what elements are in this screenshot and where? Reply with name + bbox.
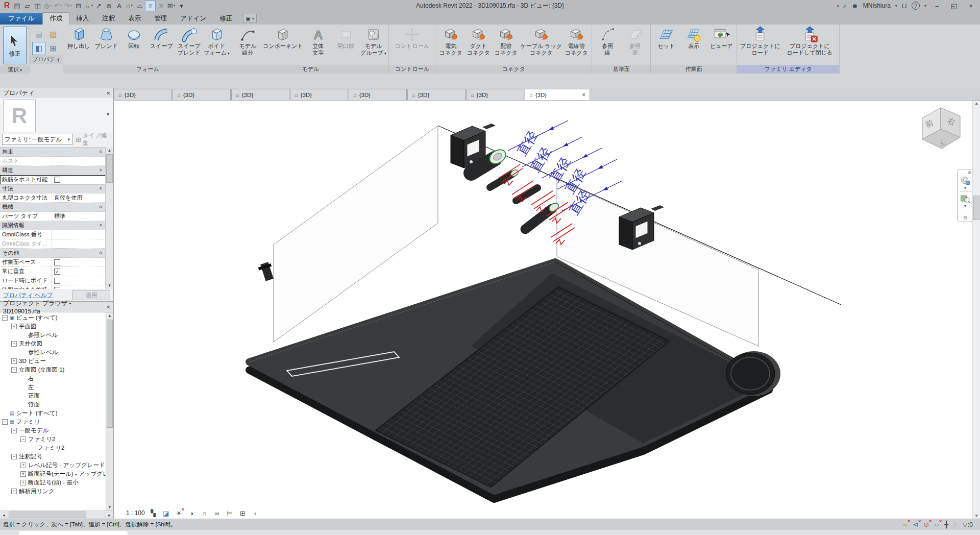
family-category-button[interactable]: ▨ [46, 28, 60, 41]
property-row[interactable]: ホスト [0, 157, 106, 166]
view-tab[interactable]: ⌂ {3D} [290, 89, 348, 100]
section-icon[interactable]: ⌓ [135, 1, 144, 11]
tree-expander-icon[interactable] [20, 463, 26, 468]
tree-item[interactable]: シート (すべて) [0, 409, 113, 418]
ribbon-button[interactable]: 電線管コネクタ [562, 26, 590, 56]
property-row[interactable]: 寸法 [0, 184, 106, 193]
tree-item[interactable]: ファミリ2 [0, 444, 113, 452]
ribbon-tab[interactable]: 作成 [42, 12, 69, 25]
scroll-right-icon[interactable]: ▸ [106, 513, 113, 518]
close-properties-icon[interactable]: × [106, 89, 110, 97]
select-pinned-elements-icon[interactable]: ⊙ [923, 521, 929, 528]
close-view-tab-icon[interactable]: × [582, 91, 585, 99]
tree-item[interactable]: 平面図 [0, 322, 113, 331]
panel-label-control[interactable]: コントロール [389, 65, 435, 74]
steering-wheel-icon[interactable] [960, 176, 970, 186]
thin-lines-icon[interactable]: ≡ [145, 1, 156, 11]
tree-item[interactable]: 参照レベル [0, 348, 113, 357]
text-icon[interactable]: A [114, 1, 124, 11]
select-links-icon[interactable]: ⊲ [913, 521, 918, 528]
ribbon-button[interactable]: セット [652, 26, 680, 50]
ribbon-button[interactable]: 電気コネクタ [437, 26, 464, 56]
tab-file[interactable]: ファイル [0, 13, 42, 25]
property-row[interactable]: 作業面ベース [0, 258, 106, 267]
scrollbar-thumb[interactable] [107, 320, 113, 428]
tree-item[interactable]: 立面図 (立面図 1) [0, 366, 113, 374]
open-file-icon[interactable]: ▱ [22, 1, 32, 11]
tree-item[interactable]: 注釈記号 [0, 452, 113, 461]
visual-style-icon[interactable]: ◪ [162, 509, 170, 517]
ribbon-button[interactable]: コントロール [390, 26, 433, 50]
redo-icon[interactable]: ↷ [63, 1, 73, 11]
panel-label-connectors[interactable]: コネクタ [435, 65, 592, 74]
ribbon-button[interactable]: プロジェクトにロード [739, 26, 781, 56]
properties-help-link[interactable]: プロパティ ヘルプ [3, 291, 53, 299]
tree-item[interactable]: 左 [0, 383, 113, 392]
selection-filter-button[interactable]: ▽ :0 [963, 521, 973, 528]
collapse-left-icon[interactable]: ◂ [837, 4, 839, 8]
panel-label-forms[interactable]: フォーム [63, 65, 232, 74]
revit-logo-icon[interactable]: R [2, 1, 12, 11]
properties-title-bar[interactable]: プロパティ × [0, 88, 113, 99]
ribbon-button[interactable]: コンポーネント [261, 26, 304, 50]
help-menu-chevron-icon[interactable]: ▾ [924, 4, 926, 8]
property-row[interactable]: OmniClass 番号 [0, 230, 106, 239]
tree-item[interactable]: 断面記号(テール) - アップグレ [0, 470, 113, 478]
view-tab[interactable]: ⌂ {3D} [114, 89, 172, 100]
temporary-hide-isolate-icon[interactable]: ∞ [213, 509, 222, 517]
tree-expander-icon[interactable] [11, 489, 17, 494]
close-button[interactable]: × [965, 2, 977, 10]
view-tab-active[interactable]: ⌂ {3D} × [525, 89, 590, 100]
view-tab[interactable]: ⌂ {3D} [407, 89, 465, 100]
property-row[interactable]: 常に垂直 [0, 267, 106, 276]
tree-expander-icon[interactable] [2, 419, 8, 425]
ribbon-tab[interactable]: 管理 [148, 13, 174, 25]
ribbon-button[interactable]: ボイドフォーム [203, 26, 230, 57]
ribbon-button[interactable]: 表示 [680, 26, 707, 50]
view-tab[interactable]: ⌂ {3D} [231, 89, 289, 100]
property-row[interactable]: 構造 [0, 166, 106, 175]
scroll-down-icon[interactable]: ▼ [108, 283, 112, 288]
tree-item[interactable]: 断面記号(頭) - 最小 [0, 478, 113, 487]
property-row[interactable]: その他 [0, 249, 106, 258]
ribbon-button[interactable]: 回転 [120, 26, 148, 50]
ribbon-tab[interactable]: 挿入 [69, 13, 95, 25]
shadows-icon[interactable]: ◑ [187, 509, 196, 517]
duct-stub[interactable] [726, 351, 780, 396]
view-tab[interactable]: ⌂ {3D} [349, 89, 407, 100]
detail-level-icon[interactable]: ▚ [149, 509, 158, 517]
ribbon-button[interactable]: 配管コネクタ [492, 26, 520, 56]
scrollbar-thumb[interactable] [973, 196, 979, 220]
tree-expander-icon[interactable] [2, 315, 8, 321]
tree-item[interactable]: 天井伏図 [0, 339, 113, 348]
property-row[interactable]: 機械 [0, 203, 106, 212]
background-processes-icon[interactable]: ◌ [953, 521, 958, 528]
preview-chevron-icon[interactable]: ▾ [107, 111, 109, 117]
lock-3d-view-icon[interactable]: ∩ [200, 509, 209, 517]
reveal-hidden-elements-icon[interactable]: ⊨ [226, 509, 234, 517]
tag-icon[interactable]: ⊕ [104, 1, 114, 11]
sun-path-icon[interactable]: ☀ [175, 509, 183, 517]
aligned-dimension-icon[interactable]: ↗ [94, 1, 104, 11]
scroll-up-icon[interactable]: ▲ [108, 313, 112, 318]
ribbon-button[interactable]: ブレンド [92, 26, 120, 50]
user-menu-chevron-icon[interactable]: ▾ [895, 4, 897, 8]
property-row[interactable]: 鉄筋をホスト可能 [0, 175, 106, 184]
ribbon-button[interactable]: ダクトコネクタ [464, 26, 492, 56]
tree-item[interactable]: 参照レベル [0, 331, 113, 339]
close-navigation-bar-icon[interactable]: ⊗ [967, 171, 971, 175]
panel-label-workplane[interactable]: 作業面 [651, 65, 737, 74]
tree-expander-icon[interactable] [20, 436, 26, 442]
tree-item[interactable]: 一般モデル [0, 426, 113, 435]
view-tab[interactable]: ⌂ {3D} [466, 89, 524, 100]
ribbon-button[interactable]: ケーブル ラックコネクタ [520, 26, 562, 56]
panel-label-datum[interactable]: 基準面 [592, 65, 650, 74]
properties-button[interactable]: ◧ [32, 42, 45, 55]
wheel-menu-chevron-icon[interactable]: ▼ [964, 186, 967, 190]
tree-expander-icon[interactable] [11, 454, 17, 459]
select-editable-only-icon[interactable]: ∞ [903, 521, 908, 528]
drawing-area[interactable]: 直径 直径 直径 直径 直径 前 右 下 [114, 101, 980, 519]
ribbon-button[interactable]: ビューア [707, 26, 735, 50]
modify-button[interactable]: 修正 [3, 27, 27, 64]
search-icon[interactable]: ⌕ [843, 2, 847, 10]
